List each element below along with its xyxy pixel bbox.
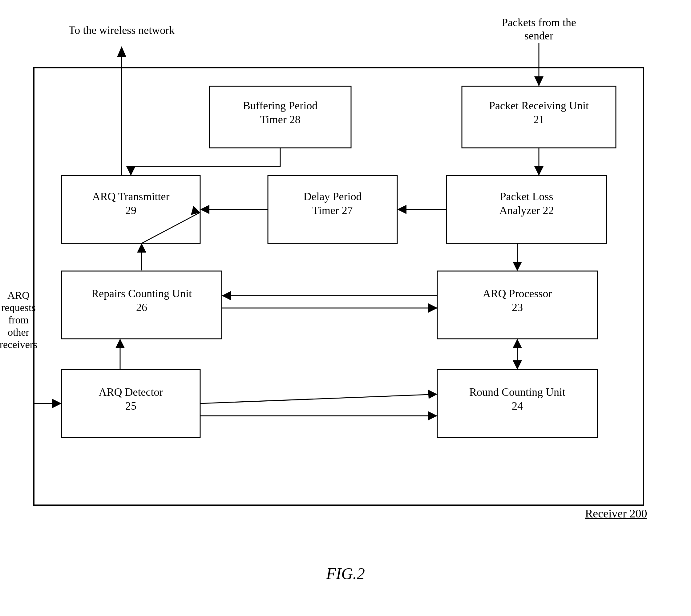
receiver-label: Receiver 200	[585, 507, 647, 520]
arrow-arqdet-rcu	[428, 411, 437, 420]
arrow-pru-pla	[534, 166, 543, 176]
arrow-arqproc-recu	[222, 291, 231, 300]
arrow-dpt-arqtx	[200, 205, 209, 214]
label-pla-2: Analyzer 22	[499, 204, 554, 217]
arrow-arqproc-rcu-down	[513, 360, 522, 370]
arrow-arq	[52, 399, 62, 408]
label-pru-1: Packet Receiving Unit	[489, 100, 589, 112]
annotation-arq-1: ARQ	[7, 289, 29, 301]
diagram-container: Receiver 200 Packet Receiving Unit 21 Bu…	[0, 0, 691, 616]
label-bpt-1: Buffering Period	[243, 100, 317, 112]
arrow-recu-arqtx-up	[137, 243, 146, 252]
annotation-wireless: To the wireless network	[69, 24, 175, 36]
label-arqtx-2: 29	[125, 204, 136, 217]
arrow-recu-arqproc	[428, 303, 438, 313]
label-arqdet-1: ARQ Detector	[99, 386, 163, 398]
arrow-bpt-arqtx	[126, 166, 135, 176]
fig-label: FIG.2	[326, 565, 365, 582]
arrow-pla-arqproc	[513, 262, 522, 271]
annotation-arq-4: other	[8, 327, 29, 338]
label-recu-1: Repairs Counting Unit	[91, 287, 192, 300]
arrow-arqdet-arqproc	[428, 390, 437, 399]
arrow-rcu-arqproc-up	[513, 339, 522, 348]
label-arqproc-2: 23	[512, 301, 523, 313]
label-rcu-1: Round Counting Unit	[469, 386, 565, 398]
annotation-arq-5: receivers	[0, 339, 37, 350]
annotation-sender-2: sender	[525, 29, 553, 42]
label-arqproc-1: ARQ Processor	[483, 287, 552, 300]
label-dpt-1: Delay Period	[304, 190, 362, 203]
label-arqtx-1: ARQ Transmitter	[92, 190, 169, 203]
annotation-arq-3: from	[8, 314, 29, 326]
label-pru-2: 21	[533, 113, 544, 126]
arrow-arqdet-recu	[115, 339, 125, 348]
svg-line-14	[200, 394, 437, 403]
label-pla-1: Packet Loss	[500, 190, 553, 203]
annotation-arq-2: requests	[1, 302, 36, 313]
label-dpt-2: Timer 27	[312, 204, 353, 217]
arrow-pla-dpt	[397, 205, 406, 214]
label-arqdet-2: 25	[125, 400, 136, 412]
arrow-wireless	[117, 46, 126, 57]
arrow-sender	[534, 76, 543, 86]
label-recu-2: 26	[136, 301, 147, 313]
annotation-sender-1: Packets from the	[501, 16, 576, 29]
label-bpt-2: Timer 28	[260, 113, 300, 126]
label-rcu-2: 24	[512, 400, 523, 412]
